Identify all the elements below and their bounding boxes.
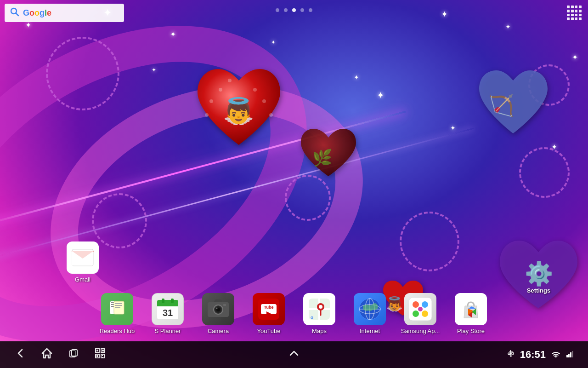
blue-heart-cupid: 🏹 bbox=[475, 67, 551, 140]
samsung-apps-label: Samsung Ap... bbox=[401, 328, 440, 334]
svg-rect-19 bbox=[115, 303, 122, 304]
svg-point-6 bbox=[269, 113, 273, 117]
youtube-label: YouTube bbox=[257, 328, 280, 334]
svg-point-42 bbox=[319, 305, 322, 309]
search-bar[interactable]: Google bbox=[5, 4, 124, 22]
grid-dot bbox=[571, 17, 574, 20]
svg-point-77 bbox=[555, 356, 557, 358]
svg-text:👼: 👼 bbox=[223, 96, 254, 126]
page-dot-2[interactable] bbox=[284, 8, 288, 12]
recent-apps-button[interactable] bbox=[67, 347, 80, 362]
app-icon-samsung-apps[interactable]: Samsung Ap... bbox=[402, 293, 439, 334]
grid-dot bbox=[579, 6, 582, 8]
star-6: ✦ bbox=[572, 53, 578, 62]
svg-line-12 bbox=[16, 13, 18, 16]
star-8: ✦ bbox=[377, 90, 384, 101]
svg-text:You: You bbox=[266, 301, 272, 305]
app-icon-internet[interactable]: Internet bbox=[351, 293, 388, 334]
play-store-label: Play Store bbox=[457, 328, 485, 334]
grid-dot bbox=[575, 10, 578, 12]
svg-rect-76 bbox=[512, 353, 514, 354]
gmail-floating-icon[interactable]: Gmail bbox=[67, 242, 99, 283]
usb-icon bbox=[507, 349, 514, 360]
svg-rect-67 bbox=[96, 350, 98, 351]
grid-dot bbox=[579, 10, 582, 12]
svg-rect-79 bbox=[568, 354, 570, 357]
app-icon-camera[interactable]: Camera bbox=[200, 293, 237, 334]
svg-text:G: G bbox=[311, 316, 313, 320]
page-dot-4[interactable] bbox=[300, 8, 304, 12]
svg-text:Tube: Tube bbox=[264, 305, 274, 310]
app-icon-play-store[interactable]: Play Store bbox=[452, 293, 489, 334]
page-dot-3[interactable] bbox=[292, 8, 296, 12]
apps-grid-button[interactable] bbox=[565, 4, 583, 22]
svg-point-55 bbox=[418, 307, 423, 311]
svg-rect-68 bbox=[102, 350, 104, 351]
star-4: ✦ bbox=[441, 9, 448, 19]
svg-rect-78 bbox=[566, 355, 568, 357]
samsung-apps-icon-img bbox=[404, 293, 436, 325]
app-dock: Readers Hub 31 S Planner bbox=[0, 286, 588, 341]
up-arrow-button[interactable] bbox=[288, 347, 300, 362]
nav-left-buttons bbox=[14, 347, 107, 362]
page-dot-5[interactable] bbox=[309, 8, 312, 12]
svg-point-51 bbox=[413, 301, 419, 308]
star-11: ✦ bbox=[271, 39, 276, 46]
back-button[interactable] bbox=[14, 347, 27, 362]
readers-hub-label: Readers Hub bbox=[100, 328, 135, 334]
app-icon-readers-hub[interactable]: Readers Hub bbox=[99, 293, 136, 334]
svg-point-0 bbox=[209, 99, 213, 103]
grid-dot bbox=[579, 14, 582, 17]
grid-dot bbox=[575, 14, 578, 17]
dark-heart: 🌿 bbox=[299, 126, 358, 181]
maps-label: Maps bbox=[312, 328, 327, 334]
grid-dot bbox=[567, 14, 570, 17]
grid-dot bbox=[579, 17, 582, 20]
google-logo: Google bbox=[23, 8, 51, 18]
svg-rect-70 bbox=[102, 355, 103, 356]
dot-circle-2 bbox=[92, 193, 147, 248]
star-7: ✦ bbox=[152, 67, 156, 73]
gmail-icon-img bbox=[67, 242, 99, 274]
dot-circle-4 bbox=[400, 212, 459, 271]
svg-point-1 bbox=[219, 88, 222, 92]
grid-dot bbox=[567, 6, 570, 8]
grid-dot bbox=[567, 17, 570, 20]
screenshot-button[interactable] bbox=[94, 347, 107, 362]
svg-text:31: 31 bbox=[163, 308, 173, 318]
svg-point-3 bbox=[262, 99, 266, 103]
signal-icon bbox=[566, 350, 574, 359]
gmail-label: Gmail bbox=[75, 276, 90, 283]
star-5: ✦ bbox=[505, 23, 511, 30]
svg-point-75 bbox=[508, 353, 510, 355]
nav-center bbox=[288, 347, 300, 362]
wifi-icon bbox=[551, 350, 560, 359]
maps-icon-img: G bbox=[303, 293, 335, 325]
s-planner-icon-img: 31 bbox=[152, 293, 184, 325]
app-icon-maps[interactable]: G Maps bbox=[301, 293, 338, 334]
grid-dot bbox=[571, 6, 574, 8]
app-icon-youtube[interactable]: You Tube YouTube bbox=[250, 293, 287, 334]
svg-rect-80 bbox=[570, 352, 571, 357]
svg-point-4 bbox=[253, 88, 257, 92]
youtube-icon-img: You Tube bbox=[253, 293, 285, 325]
grid-dot bbox=[575, 6, 578, 8]
page-dot-1[interactable] bbox=[276, 8, 279, 12]
grid-dot bbox=[571, 14, 574, 17]
svg-rect-24 bbox=[157, 304, 178, 306]
svg-rect-81 bbox=[572, 351, 573, 357]
svg-point-5 bbox=[205, 113, 209, 117]
app-icon-s-planner[interactable]: 31 S Planner bbox=[149, 293, 186, 334]
svg-rect-72 bbox=[102, 357, 103, 358]
nav-right-status: 16:51 bbox=[507, 349, 574, 361]
svg-point-53 bbox=[413, 310, 419, 317]
red-heart-cupid: 👼 bbox=[193, 64, 285, 151]
home-button[interactable] bbox=[40, 347, 53, 362]
page-dots bbox=[276, 8, 312, 12]
internet-icon-img bbox=[354, 293, 386, 325]
grid-dot bbox=[575, 17, 578, 20]
svg-point-52 bbox=[422, 301, 428, 308]
star-12: ✦ bbox=[354, 74, 359, 81]
svg-rect-20 bbox=[115, 305, 122, 306]
svg-rect-69 bbox=[96, 355, 98, 357]
